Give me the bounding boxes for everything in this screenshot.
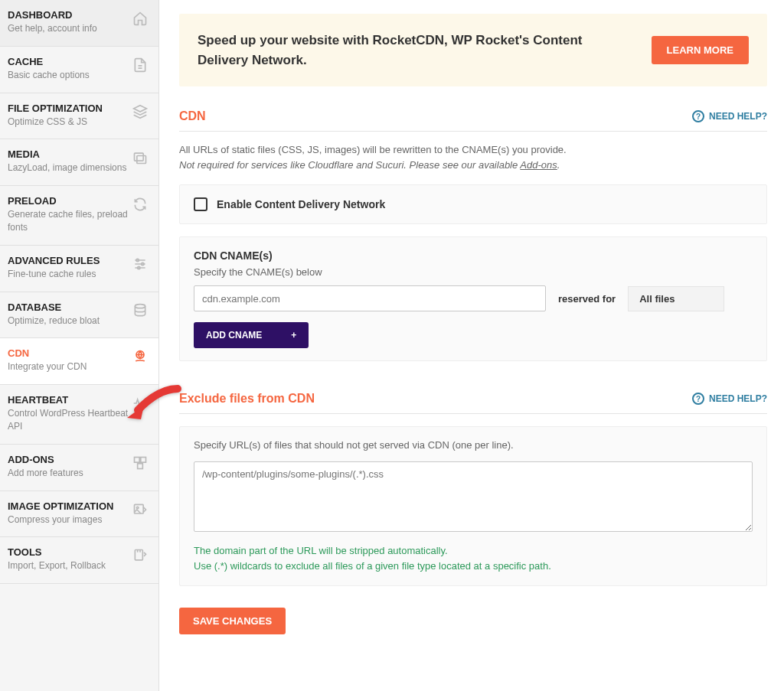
svg-rect-1 — [137, 156, 146, 164]
help-icon: ? — [692, 110, 704, 122]
cdn-section-head: CDN ? NEED HELP? — [179, 109, 767, 123]
main-content: Speed up your website with RocketCDN, WP… — [159, 0, 784, 691]
sidebar-item-add-ons[interactable]: ADD-ONSAdd more features — [0, 445, 158, 491]
file-icon — [132, 57, 148, 73]
sidebar-item-title: ADD-ONS — [8, 454, 132, 465]
exclude-textarea[interactable] — [194, 461, 753, 532]
plus-icon: + — [291, 330, 296, 341]
sidebar-item-cache[interactable]: CACHEBasic cache options — [0, 47, 158, 93]
sidebar-item-title: TOOLS — [8, 546, 132, 558]
enable-cdn-checkbox[interactable] — [194, 197, 207, 211]
sidebar-item-title: ADVANCED RULES — [8, 255, 132, 266]
sidebar-item-title: PRELOAD — [8, 195, 132, 207]
sidebar-item-sub: LazyLoad, image dimensions — [8, 161, 132, 174]
globe-hand-icon — [132, 349, 148, 364]
exclude-section-head: Exclude files from CDN ? NEED HELP? — [179, 392, 767, 406]
cdn-desc-line1: All URLs of static files (CSS, JS, image… — [179, 142, 767, 158]
sidebar-item-database[interactable]: DATABASEOptimize, reduce bloat — [0, 292, 158, 339]
need-help-link[interactable]: ? NEED HELP? — [692, 110, 767, 122]
database-icon — [132, 303, 148, 318]
sidebar-item-sub: Basic cache options — [8, 69, 132, 82]
divider — [179, 131, 767, 132]
svg-point-5 — [135, 304, 145, 308]
sidebar-item-advanced-rules[interactable]: ADVANCED RULESFine-tune cache rules — [0, 246, 158, 292]
sidebar-item-sub: Generate cache files, preload fonts — [8, 208, 132, 234]
need-help-label-2: NEED HELP? — [709, 393, 767, 404]
cname-sub: Specify the CNAME(s) below — [194, 266, 753, 278]
exclude-box: Specify URL(s) of files that should not … — [179, 426, 767, 586]
svg-rect-0 — [135, 154, 144, 161]
heartbeat-icon — [132, 396, 148, 411]
sidebar-item-title: HEARTBEAT — [8, 394, 132, 406]
reserved-for-label: reserved for — [558, 293, 616, 305]
sidebar-item-file-optimization[interactable]: FILE OPTIMIZATIONOptimize CSS & JS — [0, 93, 158, 140]
sidebar-item-sub: Compress your images — [8, 513, 132, 526]
add-cname-label: ADD CNAME — [206, 330, 262, 341]
sliders-icon — [132, 256, 148, 272]
sidebar-item-sub: Integrate your CDN — [8, 360, 132, 373]
sidebar-item-preload[interactable]: PRELOADGenerate cache files, preload fon… — [0, 186, 158, 246]
sidebar-item-media[interactable]: MEDIALazyLoad, image dimensions — [0, 139, 158, 186]
need-help-label: NEED HELP? — [709, 111, 767, 122]
learn-more-button[interactable]: LEARN MORE — [652, 36, 749, 64]
divider — [179, 413, 767, 414]
exclude-hint: The domain part of the URL will be strip… — [194, 543, 753, 573]
exclude-heading: Exclude files from CDN — [179, 392, 315, 406]
need-help-link-2[interactable]: ? NEED HELP? — [692, 393, 767, 405]
refresh-icon — [132, 197, 148, 212]
sidebar-item-sub: Optimize CSS & JS — [8, 116, 132, 129]
sidebar-item-title: DATABASE — [8, 301, 132, 313]
svg-rect-9 — [138, 464, 143, 469]
enable-cdn-box: Enable Content Delivery Network — [179, 184, 767, 224]
layers-icon — [132, 104, 148, 119]
image-opt-icon — [132, 502, 148, 517]
add-cname-button[interactable]: ADD CNAME + — [194, 322, 309, 348]
svg-rect-7 — [135, 457, 140, 462]
sidebar: DASHBOARDGet help, account infoCACHEBasi… — [0, 0, 159, 691]
save-changes-button[interactable]: SAVE CHANGES — [179, 608, 286, 634]
sidebar-item-image-optimization[interactable]: IMAGE OPTIMIZATIONCompress your images — [0, 491, 158, 538]
sidebar-item-sub: Add more features — [8, 467, 132, 480]
cdn-desc-line2: Not required for services like Cloudflar… — [179, 158, 767, 173]
sidebar-item-title: CACHE — [8, 56, 132, 67]
sidebar-item-sub: Control WordPress Heartbeat API — [8, 407, 132, 433]
sidebar-item-title: FILE OPTIMIZATION — [8, 103, 132, 114]
promo-message: Speed up your website with RocketCDN, WP… — [198, 31, 626, 70]
svg-rect-12 — [135, 550, 142, 560]
sidebar-item-dashboard[interactable]: DASHBOARDGet help, account info — [0, 0, 158, 47]
cname-box: CDN CNAME(s) Specify the CNAME(s) below … — [179, 236, 767, 361]
addons-link[interactable]: Add-ons — [520, 159, 557, 171]
images-icon — [132, 150, 148, 165]
sidebar-item-sub: Get help, account info — [8, 22, 132, 35]
tools-icon — [132, 548, 148, 563]
sidebar-item-sub: Import, Export, Rollback — [8, 559, 132, 572]
reserved-for-select[interactable]: All files — [628, 286, 724, 311]
sidebar-item-title: DASHBOARD — [8, 9, 132, 21]
sidebar-item-cdn[interactable]: CDNIntegrate your CDN — [0, 338, 158, 385]
sidebar-item-title: CDN — [8, 347, 132, 359]
svg-point-11 — [136, 507, 139, 509]
sidebar-item-tools[interactable]: TOOLSImport, Export, Rollback — [0, 537, 158, 584]
sidebar-item-sub: Fine-tune cache rules — [8, 268, 132, 281]
cdn-heading: CDN — [179, 109, 206, 123]
sidebar-item-title: IMAGE OPTIMIZATION — [8, 500, 132, 512]
enable-cdn-label: Enable Content Delivery Network — [217, 198, 385, 210]
cname-title: CDN CNAME(s) — [194, 249, 753, 262]
sidebar-item-title: MEDIA — [8, 148, 132, 160]
enable-cdn-row[interactable]: Enable Content Delivery Network — [194, 197, 753, 211]
sidebar-item-heartbeat[interactable]: HEARTBEATControl WordPress Heartbeat API — [0, 385, 158, 445]
help-icon: ? — [692, 393, 704, 405]
home-icon — [132, 11, 148, 26]
sidebar-item-sub: Optimize, reduce bloat — [8, 315, 132, 328]
promo-banner: Speed up your website with RocketCDN, WP… — [179, 14, 767, 86]
cname-input[interactable] — [194, 285, 546, 311]
cname-row: reserved for All files — [194, 285, 753, 311]
blocks-icon — [132, 455, 148, 471]
cdn-description: All URLs of static files (CSS, JS, image… — [179, 142, 767, 172]
exclude-sub: Specify URL(s) of files that should not … — [194, 439, 753, 451]
svg-rect-8 — [141, 457, 146, 462]
